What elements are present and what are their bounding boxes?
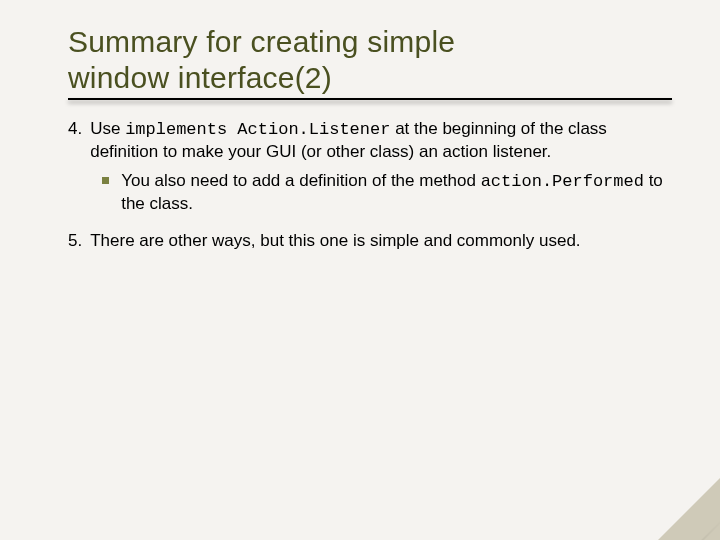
code-actionperformed: action.Performed — [481, 172, 644, 191]
sub-item: You also need to add a definition of the… — [102, 170, 672, 216]
list-item-5: 5. There are other ways, but this one is… — [68, 230, 672, 252]
item-text: There are other ways, but this one is si… — [90, 231, 580, 250]
list-item-4: 4. Use implements Action.Listener at the… — [68, 118, 672, 216]
slide: Summary for creating simple window inter… — [0, 0, 720, 540]
title-line-2: window interface(2) — [68, 61, 332, 94]
text-lead: Use — [90, 119, 125, 138]
page-curl-icon — [658, 478, 720, 540]
code-implements-actionlistener: implements Action.Listener — [125, 120, 390, 139]
slide-title: Summary for creating simple window inter… — [68, 24, 672, 96]
sub-list: You also need to add a definition of the… — [90, 170, 672, 216]
content: 4. Use implements Action.Listener at the… — [68, 118, 672, 252]
title-line-1: Summary for creating simple — [68, 25, 455, 58]
item-number: 4. — [68, 118, 90, 216]
item-number: 5. — [68, 230, 90, 252]
square-bullet-icon — [102, 177, 109, 184]
item-body: Use implements Action.Listener at the be… — [90, 118, 672, 216]
item-body: There are other ways, but this one is si… — [90, 230, 672, 252]
sub-item-body: You also need to add a definition of the… — [121, 170, 672, 216]
title-underline — [68, 98, 672, 100]
sub-text-lead: You also need to add a definition of the… — [121, 171, 480, 190]
